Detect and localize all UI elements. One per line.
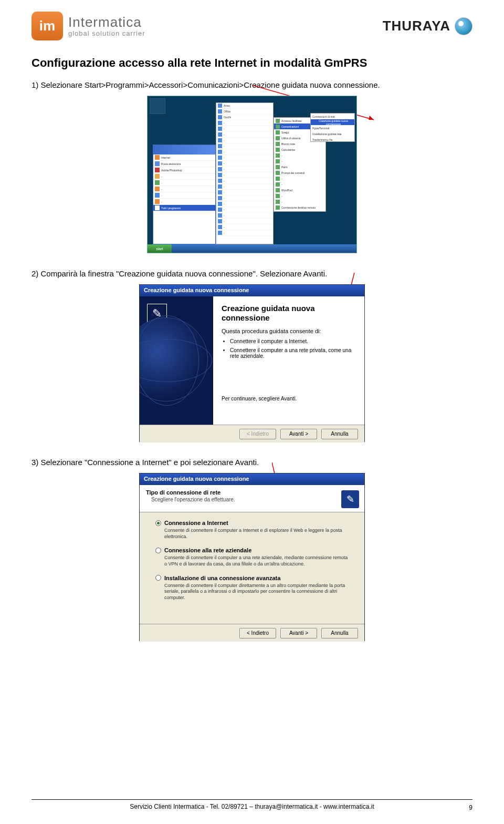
list-item[interactable]: - [216, 213, 273, 219]
desktop-icon [150, 98, 165, 114]
start-menu-panel: Internet Posta elettronica Adobe Photosh… [153, 145, 216, 244]
start-button[interactable]: start [148, 244, 172, 253]
list-item[interactable]: - [216, 178, 273, 184]
wizard-sidebar: ✎ [140, 296, 213, 425]
screenshot2-wrap: Creazione guidata nuova connessione ✎ Cr… [32, 284, 472, 442]
screenshot1-wrap: Internet Posta elettronica Adobe Photosh… [32, 96, 472, 253]
radio-icon[interactable] [155, 575, 161, 581]
start-menu-programmi[interactable]: Tutti i programmi [153, 205, 215, 211]
option-internet[interactable]: Connessione a Internet Consente di conne… [155, 520, 349, 540]
list-item[interactable]: - [216, 207, 273, 213]
list-item[interactable]: - [274, 181, 326, 187]
comunicazioni-submenu: Connessioni di rete Creazione guidata nu… [310, 113, 355, 142]
wizard-button-row: < Indietro Avanti > Annulla [140, 624, 364, 642]
list-item[interactable]: - [274, 158, 326, 164]
list-item[interactable]: - [216, 132, 273, 138]
creazione-guidata-item[interactable]: Creazione guidata nuova connessione [311, 119, 354, 125]
radio-icon[interactable] [155, 520, 161, 526]
step2-text: 2) Comparirà la finestra "Creazione guid… [32, 268, 472, 279]
option-label: Installazione di una connessione avanzat… [164, 575, 280, 581]
list-item[interactable]: - [216, 230, 273, 236]
footer-text: Servizio Clienti Intermatica - Tel. 02/8… [130, 803, 374, 810]
cancel-button[interactable]: Annulla [321, 429, 358, 439]
list-item[interactable]: Office [216, 109, 273, 115]
svg-marker-1 [369, 116, 374, 120]
window-titlebar: Creazione guidata nuova connessione [140, 473, 364, 485]
window-titlebar: Creazione guidata nuova connessione [140, 285, 364, 296]
intermatica-icon: im [32, 12, 63, 40]
screenshot3-wrap: Creazione guidata nuova connessione Tipo… [32, 473, 472, 641]
thuraya-globe-icon [455, 17, 472, 35]
wizard-button-row: < Indietro Avanti > Annulla [140, 425, 364, 442]
list-item[interactable]: - [216, 149, 273, 155]
page-footer: Servizio Clienti Intermatica - Tel. 02/8… [32, 799, 472, 810]
list-item[interactable]: - [216, 190, 273, 195]
list-item[interactable]: Paint [274, 164, 326, 170]
wizard-heading: Creazione guidata nuova connessione [222, 304, 356, 323]
wizard-header: Tipo di connessione di rete Scegliere l'… [140, 485, 364, 512]
wizard-step-sub: Scegliere l'operazione da effettuare. [151, 497, 358, 502]
wizard-bullet: Connettere il computer a una rete privat… [230, 347, 356, 359]
list-item[interactable]: - [216, 143, 273, 149]
wizard-header-icon: ✎ [341, 490, 359, 508]
wizard-continue-text: Per continuare, scegliere Avanti. [222, 396, 356, 401]
back-button[interactable]: < Indietro [239, 628, 276, 638]
step1-text: 1) Selezionare Start>Programmi>Accessori… [32, 79, 472, 90]
list-item[interactable]: - [274, 193, 326, 199]
wizard-welcome-window: Creazione guidata nuova connessione ✎ Cr… [139, 284, 365, 442]
cancel-button[interactable]: Annulla [321, 628, 358, 638]
intermatica-name: Intermatica [68, 15, 145, 30]
option-label: Connessione a Internet [164, 520, 228, 526]
list-item[interactable]: - [216, 184, 273, 190]
thuraya-text: THURAYA [383, 18, 450, 34]
list-item[interactable]: - [216, 126, 273, 132]
list-item[interactable]: - [216, 167, 273, 172]
option-desc: Consente di connettere il computer a una… [164, 555, 349, 567]
list-item[interactable]: Calcolatrice [274, 147, 326, 152]
intermatica-tagline: global solution carrier [68, 30, 145, 37]
wizard-step-title: Tipo di connessione di rete [146, 489, 358, 496]
page-header: im Intermatica global solution carrier T… [32, 12, 472, 40]
option-avanzata[interactable]: Installazione di una connessione avanzat… [155, 575, 349, 601]
list-item[interactable]: WordPad [274, 187, 326, 193]
radio-icon[interactable] [155, 548, 161, 553]
programs-submenu: Avvio Office Giochi - - - - - - - - - - … [216, 102, 274, 244]
list-item[interactable]: Installazione guidata rete [311, 131, 354, 137]
list-item[interactable]: - [216, 201, 273, 207]
list-item[interactable]: - [216, 195, 273, 201]
list-item[interactable]: Prompt dei comandi [274, 170, 326, 176]
list-item[interactable]: HyperTerminal [311, 125, 354, 131]
list-item[interactable]: - [216, 224, 273, 230]
list-item[interactable]: - [216, 155, 273, 161]
list-item[interactable]: Avvio [216, 103, 273, 109]
wizard-bullet: Connettere il computer a Internet. [230, 338, 356, 344]
thuraya-logo: THURAYA [383, 17, 472, 35]
list-item[interactable]: - [216, 138, 273, 143]
wizard-type-window: Creazione guidata nuova connessione Tipo… [139, 473, 365, 641]
option-desc: Consente di connettere il computer a Int… [164, 528, 349, 540]
option-aziendale[interactable]: Connessione alla rete aziendale Consente… [155, 547, 349, 567]
back-button: < Indietro [239, 429, 276, 439]
intermatica-logo: im Intermatica global solution carrier [32, 12, 145, 40]
option-label: Connessione alla rete aziendale [164, 547, 251, 553]
list-item[interactable]: - [274, 152, 326, 158]
step3-text: 3) Selezionare "Connessione a Internet" … [32, 457, 472, 468]
screenshot-start-menu: Internet Posta elettronica Adobe Photosh… [147, 96, 357, 253]
list-item[interactable]: Trasferimento file [311, 137, 354, 142]
wizard-subtext: Questa procedura guidata consente di: [222, 328, 356, 334]
option-desc: Consente di connettere il computer diret… [164, 583, 349, 601]
list-item[interactable]: - [216, 172, 273, 178]
list-item[interactable]: - [274, 176, 326, 181]
next-button[interactable]: Avanti > [280, 628, 317, 638]
list-item[interactable]: - [216, 120, 273, 126]
list-item[interactable]: Giochi [216, 115, 273, 120]
taskbar [148, 244, 356, 253]
page-title: Configurazione accesso alla rete Interne… [32, 56, 472, 70]
list-item[interactable]: - [216, 219, 273, 224]
list-item[interactable]: Connessioni di rete [311, 114, 354, 119]
list-item[interactable]: - [216, 161, 273, 167]
next-button[interactable]: Avanti > [280, 429, 317, 439]
page-number: 9 [469, 804, 472, 811]
list-item[interactable]: - [274, 199, 326, 204]
list-item[interactable]: Connessione desktop remoto [274, 204, 326, 210]
